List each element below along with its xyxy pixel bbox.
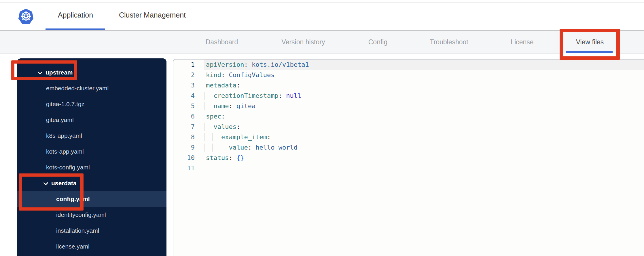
code-line-content: metadata: [204, 80, 644, 91]
tree-item-label: embedded-cluster.yaml [46, 85, 109, 92]
nav-item-view-files[interactable]: View files [576, 31, 604, 54]
tree-file-license.yaml[interactable]: license.yaml [17, 238, 166, 254]
tree-folder-userdata[interactable]: userdata [17, 175, 166, 191]
chevron-down-icon [38, 70, 43, 74]
tree-folder-upstream[interactable]: upstream [17, 64, 166, 80]
tab-cluster-management-label: Cluster Management [119, 11, 186, 19]
code-line-content: values: [204, 122, 644, 132]
code-line-3: 3metadata: [173, 80, 644, 91]
tree-file-k8s-app.yaml[interactable]: k8s-app.yaml [17, 128, 166, 144]
top-header: ☸ Application Cluster Management [0, 0, 644, 31]
indent-guide [204, 102, 205, 110]
file-tree-panel: upstreamembedded-cluster.yamlgitea-1.0.7… [17, 58, 166, 256]
nav-item-config[interactable]: Config [368, 31, 387, 54]
top-hairline [0, 2, 644, 3]
line-number: 9 [173, 142, 199, 153]
chevron-down-icon [43, 180, 48, 185]
line-number: 5 [173, 101, 199, 111]
tab-application-label: Application [58, 11, 93, 19]
active-nav-tab-gap [562, 53, 617, 55]
app-section-nav: DashboardVersion historyConfigTroublesho… [0, 31, 644, 54]
tree-file-embedded-cluster.yaml[interactable]: embedded-cluster.yaml [17, 80, 166, 96]
line-number: 8 [173, 132, 199, 142]
tree-item-label: identityconfig.yaml [56, 211, 106, 218]
code-line-content: spec: [204, 111, 644, 122]
code-line-8: 8 example_item: [173, 132, 644, 142]
view-files-underline [566, 51, 613, 53]
nav-item-version-history[interactable]: Version history [282, 31, 325, 54]
tree-file-config.yaml[interactable]: config.yaml [17, 191, 166, 207]
code-line-content: example_item: [204, 132, 644, 142]
tree-item-label: upstream [46, 69, 73, 76]
tree-item-label: userdata [51, 180, 77, 187]
code-line-1: 1apiVersion: kots.io/v1beta1 [173, 60, 644, 70]
indent-guide [212, 144, 213, 152]
tree-file-gitea-1.0.7.tgz[interactable]: gitea-1.0.7.tgz [17, 96, 166, 112]
tree-item-label: config.yaml [56, 196, 90, 202]
line-number: 10 [173, 153, 199, 163]
code-line-11: 11 [173, 163, 644, 173]
line-number: 11 [173, 163, 199, 173]
nav-item-troubleshoot[interactable]: Troubleshoot [430, 31, 468, 54]
tree-file-installation.yaml[interactable]: installation.yaml [17, 223, 166, 238]
indent-guide [212, 133, 213, 141]
nav-item-dashboard[interactable]: Dashboard [206, 31, 238, 54]
code-line-6: 6spec: [173, 111, 644, 122]
line-number: 7 [173, 122, 199, 132]
active-tab-underline [46, 28, 105, 30]
indent-guide [220, 144, 220, 152]
indent-guide [204, 123, 205, 131]
tab-cluster-management[interactable]: Cluster Management [119, 0, 186, 30]
tree-item-label: gitea-1.0.7.tgz [46, 101, 84, 108]
code-line-content: apiVersion: kots.io/v1beta1 [204, 60, 644, 70]
line-number: 2 [173, 70, 199, 80]
file-editor[interactable]: 1apiVersion: kots.io/v1beta12kind: Confi… [173, 59, 644, 256]
kubernetes-logo-icon: ☸ [18, 9, 33, 24]
code-line-content: value: hello world [204, 142, 644, 153]
tree-item-label: license.yaml [56, 243, 90, 250]
indent-guide [204, 133, 205, 141]
tree-file-kots-config.yaml[interactable]: kots-config.yaml [17, 159, 166, 175]
tree-item-label: gitea.yaml [46, 116, 74, 123]
code-line-content: name: gitea [204, 101, 644, 111]
nav-item-license[interactable]: License [511, 31, 533, 54]
tree-item-label: k8s-app.yaml [46, 132, 82, 139]
line-number: 6 [173, 111, 199, 122]
code-line-7: 7 values: [173, 122, 644, 132]
code-line-10: 10status: {} [173, 153, 644, 163]
tree-file-identityconfig.yaml[interactable]: identityconfig.yaml [17, 207, 166, 223]
indent-guide [204, 144, 205, 152]
kots-admin-console: ☸ Application Cluster Management Dashboa… [0, 0, 644, 256]
tree-item-label: installation.yaml [56, 227, 99, 234]
line-number: 4 [173, 91, 199, 101]
tree-item-label: kots-app.yaml [46, 148, 84, 155]
code-line-content: creationTimestamp: null [204, 91, 644, 101]
code-line-content: status: {} [204, 153, 644, 163]
line-number: 3 [173, 80, 199, 91]
tree-file-gitea.yaml[interactable]: gitea.yaml [17, 112, 166, 128]
code-line-4: 4 creationTimestamp: null [173, 91, 644, 101]
code-line-content: kind: ConfigValues [204, 70, 644, 80]
line-number: 1 [173, 60, 199, 70]
tree-item-label: kots-config.yaml [46, 164, 90, 171]
code-line-9: 9 value: hello world [173, 142, 644, 153]
code-line-2: 2kind: ConfigValues [173, 70, 644, 80]
indent-guide [204, 92, 205, 100]
tree-file-kots-app.yaml[interactable]: kots-app.yaml [17, 144, 166, 159]
code-line-5: 5 name: gitea [173, 101, 644, 111]
code-line-content [204, 163, 644, 173]
tab-application[interactable]: Application [58, 0, 93, 30]
